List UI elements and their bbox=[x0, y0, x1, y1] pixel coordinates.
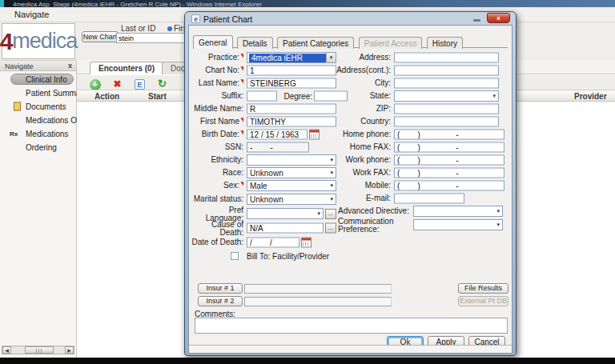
tab-general[interactable]: General bbox=[193, 35, 233, 49]
tab-patient-categories[interactable]: Patient Categories bbox=[277, 37, 354, 49]
work-phone-input[interactable] bbox=[394, 155, 504, 166]
rx-icon: Rx bbox=[10, 130, 18, 137]
chart-no-input[interactable] bbox=[247, 66, 336, 76]
sidebar-header: Navigate x bbox=[0, 61, 76, 71]
ellipsis-button[interactable] bbox=[325, 209, 336, 219]
patient-chart-dialog: Patient Chart General Details Patient Ca… bbox=[184, 11, 517, 356]
practice-row: Practice: 4medica iEHR▾ bbox=[191, 51, 359, 64]
menu-navigate[interactable]: Navigate bbox=[14, 10, 49, 19]
practice-select[interactable]: 4medica iEHR▾ bbox=[247, 52, 336, 63]
minimize-icon[interactable] bbox=[473, 19, 480, 22]
edit-encounter-button[interactable]: E bbox=[133, 76, 147, 89]
zip-row: ZIP: bbox=[338, 102, 510, 115]
sidebar-close-icon[interactable]: x bbox=[68, 62, 72, 70]
scrollbar-thumb[interactable] bbox=[25, 346, 54, 354]
insur-1-button[interactable]: Insur # 1 bbox=[198, 283, 243, 294]
state-select[interactable]: ▾ bbox=[394, 90, 499, 102]
city-input[interactable] bbox=[394, 78, 499, 89]
column-provider[interactable]: Provider bbox=[574, 92, 607, 101]
email-input[interactable] bbox=[394, 194, 464, 204]
scroll-left-icon[interactable]: ◀ bbox=[2, 346, 11, 354]
sidebar-item-medications-old[interactable]: Medications Old bbox=[0, 113, 76, 126]
sidebar-item-documents[interactable]: Documents bbox=[0, 99, 76, 113]
communication-preference-row: Communication Preference: ▾ bbox=[338, 218, 510, 232]
logo-medica: medica bbox=[12, 29, 77, 54]
logo: 4medica bbox=[2, 23, 75, 59]
mobile-input[interactable] bbox=[394, 181, 504, 191]
sidebar: Navigate x Desktop Test Results Chart Cl… bbox=[0, 60, 77, 358]
address-cont-input[interactable] bbox=[394, 66, 499, 76]
cause-of-death-row: Cause of Death: bbox=[191, 221, 359, 235]
bill-to-checkbox[interactable] bbox=[231, 252, 239, 260]
race-select[interactable]: Unknown▾ bbox=[247, 167, 336, 178]
required-marker bbox=[240, 182, 244, 186]
insur-2-field bbox=[244, 297, 392, 306]
email-row: E-mail: bbox=[338, 192, 510, 205]
tab-history[interactable]: History bbox=[427, 37, 463, 49]
column-start[interactable]: Start bbox=[148, 92, 167, 101]
chevron-down-icon: ▾ bbox=[316, 210, 323, 217]
sidebar-item-ordering[interactable]: Ordering bbox=[0, 140, 76, 154]
dialog-icon bbox=[191, 14, 200, 23]
insur-1-field bbox=[244, 284, 392, 294]
birth-date-input[interactable] bbox=[247, 130, 308, 140]
patient-search-input[interactable] bbox=[116, 33, 185, 43]
dialog-body: General Details Patient Categories Patie… bbox=[188, 25, 512, 354]
home-fax-input[interactable] bbox=[394, 142, 504, 153]
ethnicity-select[interactable]: ▾ bbox=[247, 154, 336, 166]
insur-2-button[interactable]: Insur # 2 bbox=[198, 296, 243, 306]
file-results-button[interactable]: File Results bbox=[458, 283, 508, 294]
sidebar-item-clinical-info[interactable]: Clinical Info bbox=[0, 72, 76, 86]
scroll-right-icon[interactable]: ▶ bbox=[65, 346, 74, 354]
tab-patient-access: Patient Access bbox=[359, 37, 423, 49]
ellipsis-button[interactable] bbox=[325, 223, 336, 234]
suffix-input[interactable] bbox=[247, 91, 277, 102]
column-action[interactable]: Action bbox=[94, 92, 119, 101]
last-name-row: Last Name: bbox=[191, 77, 359, 90]
tab-encounters[interactable]: Encounters (0) bbox=[90, 62, 163, 74]
chevron-down-icon: ▾ bbox=[326, 53, 336, 62]
ssn-input[interactable] bbox=[247, 142, 309, 153]
last-name-input[interactable] bbox=[247, 78, 336, 89]
calendar-icon[interactable] bbox=[309, 130, 320, 140]
work-fax-row: Work FAX: bbox=[338, 166, 510, 179]
new-chart-button[interactable]: New Chart bbox=[82, 31, 119, 42]
marital-status-select[interactable]: Unknown▾ bbox=[247, 194, 336, 205]
sidebar-horizontal-scrollbar[interactable]: ◀ ▶ bbox=[2, 346, 74, 354]
add-encounter-button[interactable]: + bbox=[88, 76, 102, 89]
address-input[interactable] bbox=[394, 53, 499, 63]
first-marker-icon bbox=[167, 26, 172, 31]
work-fax-input[interactable] bbox=[394, 168, 504, 178]
address-cont-row: Address(cont.): bbox=[338, 64, 510, 77]
sidebar-header-label: Navigate bbox=[5, 62, 34, 70]
calendar-icon[interactable] bbox=[301, 238, 312, 248]
logo-4: 4 bbox=[0, 28, 12, 55]
work-phone-row: Work phone: bbox=[338, 154, 510, 166]
home-phone-input[interactable] bbox=[394, 130, 504, 140]
first-name-input[interactable] bbox=[247, 117, 336, 127]
zip-input[interactable] bbox=[394, 104, 499, 114]
date-of-death-input[interactable] bbox=[247, 238, 299, 248]
refresh-button[interactable]: ↻ bbox=[155, 76, 169, 89]
dialog-title: Patient Chart bbox=[203, 14, 252, 24]
communication-preference-select[interactable]: ▾ bbox=[413, 219, 503, 230]
comments-textarea[interactable] bbox=[195, 318, 508, 334]
pref-language-select[interactable]: ▾ bbox=[247, 208, 324, 219]
required-marker bbox=[240, 79, 244, 84]
delete-encounter-button[interactable]: ✖ bbox=[111, 76, 124, 89]
middle-name-input[interactable] bbox=[247, 104, 336, 114]
state-row: State: ▾ bbox=[338, 90, 510, 102]
home-phone-row: Home phone: bbox=[338, 128, 510, 141]
sidebar-item-patient-summary[interactable]: Patient Summary bbox=[0, 86, 76, 99]
tab-details[interactable]: Details bbox=[237, 37, 273, 49]
city-row: City: bbox=[338, 77, 510, 90]
country-row: Country: bbox=[338, 115, 510, 128]
chevron-down-icon: ▾ bbox=[328, 182, 336, 189]
cause-of-death-input[interactable] bbox=[247, 223, 324, 234]
close-icon[interactable] bbox=[487, 13, 510, 23]
country-input[interactable] bbox=[394, 117, 499, 127]
sex-select[interactable]: Male▾ bbox=[247, 180, 336, 191]
sidebar-item-medications[interactable]: Rx Medications bbox=[0, 126, 76, 140]
advanced-directive-select[interactable]: ▾ bbox=[413, 206, 503, 217]
mobile-row: Mobile: bbox=[338, 179, 510, 192]
